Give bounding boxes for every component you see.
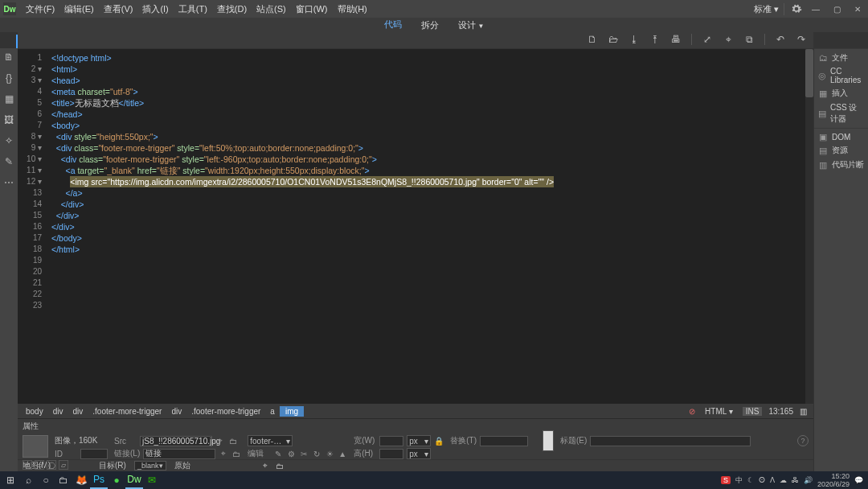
mode-code[interactable]: 代码	[376, 18, 410, 31]
folder-icon[interactable]: 🗀	[228, 436, 238, 446]
sharpen-icon[interactable]: ▲	[338, 449, 347, 458]
breadcrumb-div[interactable]: div	[166, 407, 186, 416]
tray-ime-icon[interactable]: 中	[735, 475, 743, 486]
brackets-icon[interactable]: {}	[3, 72, 14, 84]
breadcrumb-div[interactable]: div	[68, 407, 88, 416]
menu-窗口(W)[interactable]: 窗口(W)	[291, 4, 333, 14]
breadcrumb-.footer-more-trigger[interactable]: .footer-more-trigger	[88, 407, 166, 416]
breadcrumb-div[interactable]: div	[48, 407, 68, 416]
redo-icon[interactable]: ↷	[796, 34, 807, 45]
app-icon[interactable]: ●	[108, 471, 125, 489]
panel-dom[interactable]: ▣DOM	[814, 130, 868, 143]
breadcrumb-.footer-more-trigger[interactable]: .footer-more-trigger	[186, 407, 265, 416]
help-icon[interactable]: ?	[797, 435, 809, 446]
menu-文件(F)[interactable]: 文件(F)	[21, 4, 59, 14]
browse-icon[interactable]: ⌖	[219, 449, 228, 458]
expand-icon[interactable]: ⤢	[702, 34, 713, 45]
alt-field[interactable]	[480, 436, 528, 446]
firefox-icon[interactable]: 🦊	[72, 471, 90, 489]
error-indicator[interactable]: ⊘	[689, 407, 695, 416]
settings-icon[interactable]: ⚙	[286, 449, 296, 458]
panel-assets[interactable]: ▤资源	[814, 143, 868, 158]
folder-icon[interactable]: 🗀	[231, 449, 241, 458]
menu-查找(D)[interactable]: 查找(D)	[212, 4, 252, 14]
gear-icon[interactable]	[791, 3, 802, 14]
inspect-icon[interactable]: ⌖	[723, 34, 734, 45]
file-manage-icon[interactable]: 🗎	[3, 51, 14, 63]
explorer-icon[interactable]: 🗀	[55, 471, 72, 489]
id-field[interactable]	[80, 449, 108, 459]
tray-volume-icon[interactable]: 🔊	[804, 476, 813, 484]
target-dropdown[interactable]: _blank▾	[134, 461, 166, 471]
brightness-icon[interactable]: ☀	[325, 449, 334, 458]
image-thumbnail[interactable]	[23, 435, 48, 458]
poly-hotspot-icon[interactable]: ▱	[59, 460, 68, 470]
dreamweaver-icon[interactable]: Dw	[125, 471, 143, 489]
undo-icon[interactable]: ↶	[775, 34, 786, 45]
wechat-icon[interactable]: ✉	[143, 471, 161, 489]
workspace-switcher[interactable]: 标准 ▾	[749, 3, 784, 15]
src-field[interactable]: jS8_!!2860005710.jpg	[140, 436, 212, 446]
breadcrumb-body[interactable]: body	[21, 407, 48, 416]
menu-帮助(H)[interactable]: 帮助(H)	[333, 4, 372, 14]
menu-查看(V)[interactable]: 查看(V)	[99, 4, 138, 14]
panel-snippets[interactable]: ▥代码片断	[814, 158, 868, 172]
copy-icon[interactable]: ⧉	[743, 34, 755, 45]
taskbar-clock[interactable]: 15:202020/6/29	[817, 472, 850, 488]
lock-icon[interactable]: 🔒	[434, 436, 444, 446]
rect-hotspot-icon[interactable]: ▭	[35, 460, 44, 470]
height-field[interactable]	[379, 449, 403, 459]
pointer-hotspot-icon[interactable]: ▭	[23, 460, 32, 470]
width-field[interactable]	[379, 436, 403, 446]
panel-cc-libraries[interactable]: ◎CC Libraries	[814, 65, 868, 86]
browse-icon[interactable]: ⌖	[263, 461, 268, 471]
close-button[interactable]: ✕	[850, 3, 865, 14]
photoshop-icon[interactable]: Ps	[90, 471, 108, 489]
width-unit[interactable]: px▾	[407, 435, 431, 446]
title-field[interactable]	[590, 436, 751, 446]
code-editor[interactable]: 1 2 ▾3 ▾4 5 6 7 8 ▾9 ▾10 ▾11 ▾12 ▾13 14 …	[18, 48, 813, 404]
comment-icon[interactable]: ✎	[3, 156, 14, 167]
browse-icon[interactable]: ⌖	[215, 436, 225, 446]
insert-mode[interactable]: INS	[743, 407, 763, 416]
panel-files[interactable]: 🗂文件	[814, 51, 868, 65]
print-icon[interactable]: 🖶	[670, 34, 682, 45]
edit-ps-icon[interactable]: ✎	[273, 449, 283, 458]
mode-design[interactable]: 设计▼	[450, 19, 493, 31]
height-unit[interactable]: px▾	[407, 448, 431, 459]
maximize-button[interactable]: ▢	[829, 3, 844, 14]
crop-icon[interactable]: ✂	[299, 449, 309, 458]
oval-hotspot-icon[interactable]: ◯	[47, 460, 56, 470]
upload-icon[interactable]: ⭱	[649, 34, 661, 45]
tray-chevron-icon[interactable]: ᐱ	[770, 476, 775, 484]
open-folder-icon[interactable]: 🗁	[608, 34, 619, 45]
wand-icon[interactable]: ✧	[3, 135, 14, 146]
menu-编辑(E)[interactable]: 编辑(E)	[59, 4, 99, 14]
more-icon[interactable]: ⋯	[3, 177, 14, 188]
overflow-icon[interactable]: ▥	[800, 407, 807, 416]
start-icon[interactable]: ⊞	[2, 471, 19, 489]
minimize-button[interactable]: —	[809, 3, 823, 14]
menu-工具(T)[interactable]: 工具(T)	[174, 4, 212, 14]
resample-icon[interactable]: ↻	[312, 449, 321, 458]
panel-css-designer[interactable]: ▤CSS 设计器	[814, 101, 868, 126]
panel-insert[interactable]: ▦插入	[814, 86, 868, 101]
class-dropdown[interactable]: footer-…▾	[248, 435, 293, 446]
breadcrumb-a[interactable]: a	[265, 407, 280, 416]
folder-icon[interactable]: 🗀	[276, 462, 284, 471]
tray-bluetooth-icon[interactable]: ⵙ	[759, 476, 765, 484]
tray-moon-icon[interactable]: ☾	[747, 476, 754, 484]
search-icon[interactable]: ⌕	[19, 471, 37, 489]
image-icon[interactable]: 🖼	[3, 114, 14, 125]
notification-icon[interactable]: 💬	[854, 476, 863, 484]
lang-selector[interactable]: HTML ▾	[702, 407, 736, 416]
mode-split[interactable]: 拆分	[413, 19, 447, 31]
tray-input-icon[interactable]: S	[721, 476, 731, 484]
scrollbar[interactable]	[805, 49, 813, 404]
cortana-icon[interactable]: ○	[37, 471, 55, 489]
tray-network-icon[interactable]: 🖧	[792, 476, 799, 484]
table-icon[interactable]: ▦	[3, 93, 14, 105]
link-field[interactable]: 链接	[143, 449, 215, 459]
breadcrumb-img[interactable]: img	[280, 406, 304, 417]
menu-插入(I)[interactable]: 插入(I)	[137, 4, 173, 14]
